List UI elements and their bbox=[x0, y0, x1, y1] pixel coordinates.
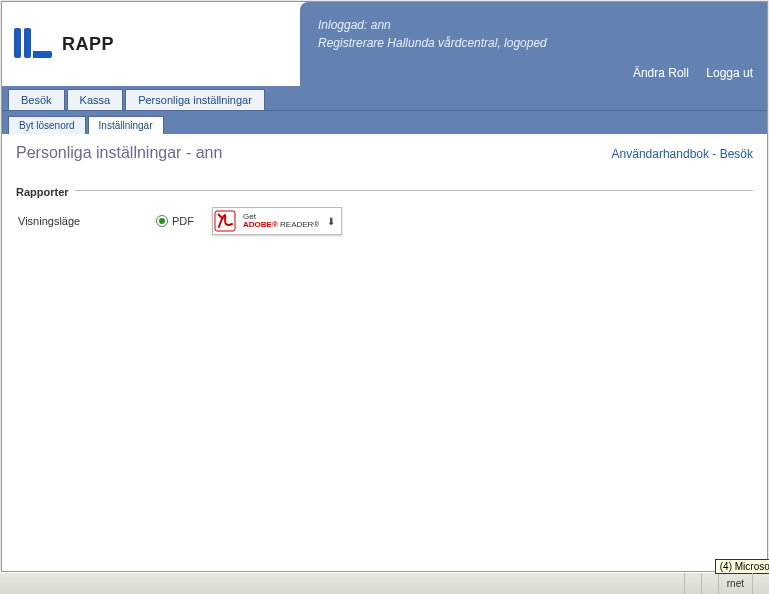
taskbar-cell-3[interactable]: (4) Microsoft Word rnet bbox=[718, 573, 752, 594]
tab-personliga[interactable]: Personliga inställningar bbox=[125, 89, 265, 110]
subtab-installningar[interactable]: Inställningar bbox=[88, 116, 164, 134]
taskbar-cell-2[interactable] bbox=[701, 573, 718, 594]
taskbar-cell-4[interactable] bbox=[752, 573, 769, 594]
pdf-radio-label: PDF bbox=[172, 215, 194, 227]
tab-besok[interactable]: Besök bbox=[8, 89, 65, 110]
radio-icon bbox=[156, 215, 168, 227]
logo-icon bbox=[12, 26, 54, 62]
view-mode-label: Visningsläge bbox=[18, 215, 138, 227]
svg-rect-0 bbox=[14, 28, 21, 58]
divider bbox=[16, 190, 753, 191]
secondary-nav: Byt lösenord Inställningar bbox=[2, 110, 767, 134]
app-name: RAPP bbox=[62, 34, 114, 55]
taskbar-cell-1[interactable] bbox=[684, 573, 701, 594]
help-link[interactable]: Användarhandbok - Besök bbox=[612, 147, 753, 161]
taskbar-tooltip: (4) Microsoft Word bbox=[715, 559, 769, 574]
logged-in-label: Inloggad: ann bbox=[318, 16, 749, 34]
app-frame: RAPP Inloggad: ann Registrerare Hallunda… bbox=[1, 1, 768, 572]
session-links: Ändra Roll Logga ut bbox=[619, 66, 753, 80]
tab-kassa[interactable]: Kassa bbox=[67, 89, 124, 110]
session-info: Inloggad: ann Registrerare Hallunda vård… bbox=[318, 16, 749, 52]
primary-nav: Besök Kassa Personliga inställningar bbox=[2, 86, 767, 110]
reports-legend: Rapporter bbox=[16, 186, 75, 198]
pdf-radio[interactable]: PDF bbox=[156, 215, 194, 227]
content: Personliga inställningar - ann Användarh… bbox=[2, 134, 767, 571]
view-mode-row: Visningsläge PDF Get ADOBE® READER® ⬇ bbox=[16, 207, 753, 235]
taskbar: (4) Microsoft Word rnet bbox=[0, 572, 769, 594]
logout-link[interactable]: Logga ut bbox=[706, 66, 753, 80]
subtab-byt-losenord[interactable]: Byt lösenord bbox=[8, 116, 86, 134]
change-role-link[interactable]: Ändra Roll bbox=[633, 66, 689, 80]
download-arrow-icon: ⬇ bbox=[327, 216, 335, 227]
adobe-pdf-icon bbox=[213, 209, 237, 233]
role-line: Registrerare Hallunda vårdcentral, logop… bbox=[318, 34, 749, 52]
page-title: Personliga inställningar - ann bbox=[16, 144, 222, 162]
get-adobe-reader-button[interactable]: Get ADOBE® READER® ⬇ bbox=[212, 207, 342, 235]
session-panel: Inloggad: ann Registrerare Hallunda vård… bbox=[300, 2, 767, 86]
logo-block: RAPP bbox=[2, 2, 300, 86]
header: RAPP Inloggad: ann Registrerare Hallunda… bbox=[2, 2, 767, 86]
page-head: Personliga inställningar - ann Användarh… bbox=[16, 144, 753, 162]
taskbar-status-text: rnet bbox=[727, 578, 744, 589]
adobe-text: Get ADOBE® READER® bbox=[243, 213, 319, 229]
svg-rect-1 bbox=[24, 28, 31, 58]
